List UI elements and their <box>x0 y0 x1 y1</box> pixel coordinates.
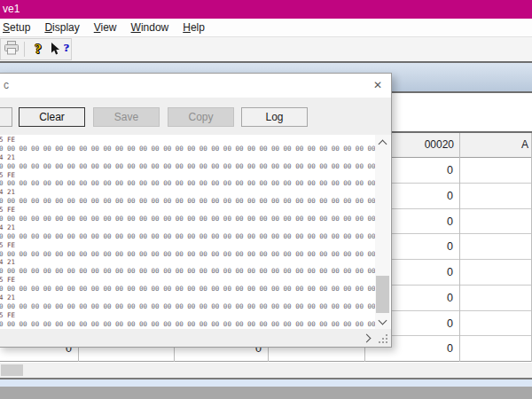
toolbar: ? ? <box>0 37 532 61</box>
grid-column-line <box>459 133 460 362</box>
print-icon <box>4 41 20 58</box>
hex-log-line: 0 00 00 00 00 00 00 00 00 00 00 00 00 00… <box>0 232 375 241</box>
menu-display[interactable]: Display <box>37 20 86 36</box>
hex-log-line: 0 00 00 00 00 00 00 00 00 00 00 00 00 00… <box>0 285 375 293</box>
help-icon: ? <box>35 42 42 57</box>
hex-log-line: 5 FE <box>0 206 375 215</box>
resize-grip[interactable] <box>379 334 387 343</box>
column-header[interactable]: A <box>521 138 528 151</box>
workspace-background <box>0 387 532 399</box>
dialog-vertical-scrollbar[interactable] <box>375 135 390 329</box>
scroll-up-button[interactable] <box>375 135 390 150</box>
main-horizontal-scrollbar[interactable] <box>0 363 532 378</box>
scroll-down-button[interactable] <box>375 314 390 329</box>
hex-log-line: 5 FE <box>0 241 375 250</box>
close-icon[interactable]: ✕ <box>370 77 386 93</box>
table-cell: 0 <box>447 342 453 355</box>
hex-log-line: 0 00 00 00 00 00 00 00 00 00 00 00 00 00… <box>0 215 375 223</box>
table-cell: 0 <box>447 292 453 304</box>
table-cell: 0 <box>447 215 453 228</box>
main-horizontal-scrollbar-thumb[interactable] <box>1 364 23 376</box>
menu-help[interactable]: Help <box>176 20 212 36</box>
dialog-button-strip: ClearSaveCopyLog <box>0 98 391 135</box>
print-button[interactable] <box>3 40 20 59</box>
menu-setup[interactable]: Setup <box>0 20 37 36</box>
table-cell: 0 <box>447 190 453 202</box>
hex-log-line: 0 00 00 00 00 00 00 00 00 00 00 00 00 00… <box>0 302 375 311</box>
menu-window[interactable]: Window <box>124 20 176 36</box>
table-cell: 0 <box>447 317 453 330</box>
hex-log-line: 0 00 00 00 00 00 00 00 00 00 00 00 00 00… <box>0 145 375 153</box>
dialog-bottom-strip <box>0 329 391 347</box>
table-cell: 0 <box>447 164 453 176</box>
cut-button[interactable] <box>0 107 12 127</box>
app-window: ve1 SetupDisplayViewWindowHelp ? <box>0 0 532 399</box>
hex-log-line: 4 21 <box>0 293 375 302</box>
menubar: SetupDisplayViewWindowHelp <box>0 19 532 37</box>
context-help-button[interactable]: ? <box>51 40 69 59</box>
dialog-title: c <box>4 79 9 91</box>
hex-log-line: 0 00 00 00 00 00 00 00 00 00 00 00 00 00… <box>0 197 375 206</box>
hex-log-line: 4 21 <box>0 188 375 197</box>
dialog: c ✕ ClearSaveCopyLog 5 FE0 00 00 00 00 0… <box>0 73 392 348</box>
dialog-titlebar[interactable]: c ✕ <box>0 74 391 98</box>
hex-log-line: 5 FE <box>0 171 375 180</box>
hex-log-line: 5 FE <box>0 276 375 285</box>
copy-button[interactable]: Copy <box>168 107 234 127</box>
hex-log-line: 0 00 00 00 00 00 00 00 00 00 00 00 00 00… <box>0 179 375 188</box>
scroll-right-button[interactable] <box>361 331 373 343</box>
titlebar[interactable]: ve1 <box>0 0 532 19</box>
hex-log-line: 5 FE <box>0 311 375 320</box>
child-window-frame-strip <box>0 379 532 387</box>
clear-button[interactable]: Clear <box>19 107 85 127</box>
hex-log-line: 0 00 00 00 00 00 00 00 00 00 00 00 00 00… <box>0 267 375 276</box>
table-cell: 0 <box>447 240 453 253</box>
hex-log-line: 0 00 00 00 00 00 00 00 00 00 00 00 00 00… <box>0 320 375 329</box>
hex-log-line: 4 21 <box>0 223 375 232</box>
help-button[interactable]: ? <box>29 40 46 59</box>
hex-log-line: 4 21 <box>0 153 375 162</box>
vertical-scrollbar-thumb[interactable] <box>376 276 389 313</box>
toolbar-group: ? ? <box>0 38 72 60</box>
hex-log-line: 4 21 <box>0 258 375 267</box>
column-header[interactable]: 00020 <box>425 138 454 151</box>
save-button[interactable]: Save <box>93 107 160 127</box>
hex-log-line: 5 FE <box>0 136 375 145</box>
hex-log-view[interactable]: 5 FE0 00 00 00 00 00 00 00 00 00 00 00 0… <box>0 135 375 329</box>
toolbar-separator <box>24 42 25 57</box>
log-button[interactable]: Log <box>241 107 308 127</box>
table-cell: 0 <box>447 266 453 278</box>
menu-view[interactable]: View <box>87 20 124 36</box>
hex-log-line: 0 00 00 00 00 00 00 00 00 00 00 00 00 00… <box>0 250 375 259</box>
window-title: ve1 <box>3 3 20 15</box>
hex-log-line: 0 00 00 00 00 00 00 00 00 00 00 00 00 00… <box>0 162 375 171</box>
